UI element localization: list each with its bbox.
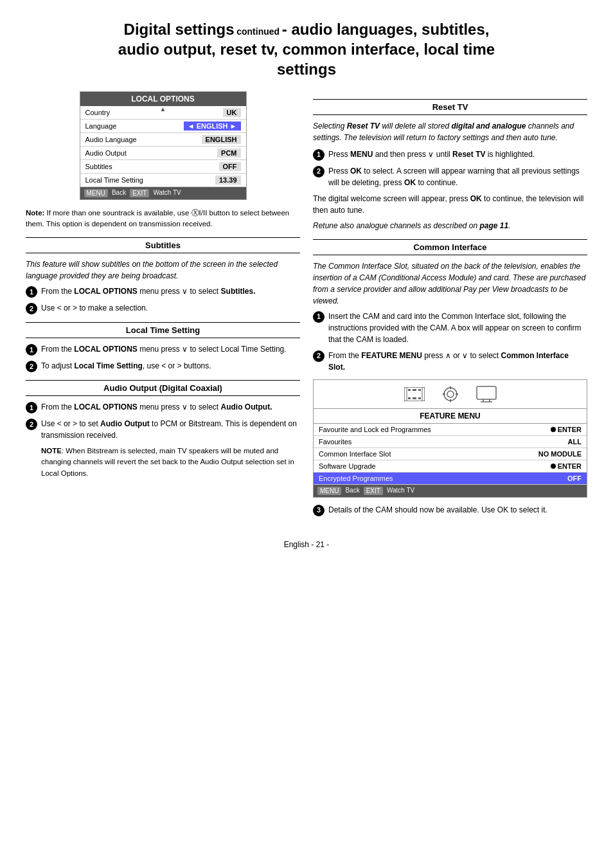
svg-rect-6 (418, 397, 421, 399)
local-time-step-2: 2 To adjust Local Time Setting, use < or… (26, 360, 300, 372)
title-main: Digital settings (124, 21, 235, 38)
fm-back-label: Back (345, 487, 359, 495)
encrypted-programmes-label: Encrypted Programmes (319, 475, 393, 482)
local-options-footer: MENU Back EXIT Watch TV (80, 187, 246, 199)
local-time-step-1: 1 From the LOCAL OPTIONS menu press ∨ to… (26, 343, 300, 356)
audio-output-step-1: 1 From the LOCAL OPTIONS menu press ∨ to… (26, 401, 300, 413)
audio-output-step-2: 2 Use < or > to set Audio Output to PCM … (26, 418, 300, 441)
ci-step-2: 2 From the FEATURE MENU press ∧ or ∨ to … (313, 350, 587, 373)
subtitles-step-2-text: Use < or > to make a selection. (41, 302, 300, 314)
reset-tv-mid-text: The digital welcome screen will appear, … (313, 193, 587, 216)
subtitles-value: OFF (219, 162, 241, 171)
common-interface-intro: The Common Interface Slot, situated on t… (313, 260, 587, 307)
feature-menu-row-software: Software Upgrade ENTER (314, 460, 587, 473)
software-upgrade-label: Software Upgrade (319, 462, 376, 470)
watch-tv-label: Watch TV (153, 189, 181, 197)
subtitles-label: Subtitles (85, 163, 112, 170)
title-line2: audio output, reset tv, common interface… (26, 39, 587, 59)
tv-icon (475, 385, 498, 403)
menu-back-btn[interactable]: MENU (84, 189, 108, 197)
local-options-header: LOCAL OPTIONS (80, 92, 246, 106)
reset-tv-step-1: 1 Press MENU and then press ∨ until Rese… (313, 149, 587, 161)
audio-language-value: ENGLISH (202, 135, 241, 144)
reset-tv-end-text: Retune also analogue channels as describ… (313, 220, 587, 231)
ci-step-3-text: Details of the CAM should now be availab… (328, 504, 587, 516)
svg-rect-3 (408, 389, 411, 391)
local-options-row-audio-output: Audio Output PCM (80, 147, 246, 160)
local-options-row-time: Local Time Setting 13.39 (80, 174, 246, 187)
film-strip-icon (403, 385, 426, 403)
feature-menu-title: FEATURE MENU (314, 409, 587, 424)
subtitles-intro: This feature will show subtitles on the … (26, 258, 300, 282)
local-options-box: LOCAL OPTIONS Country UK Language ◄ ENGL… (80, 91, 247, 200)
favourites-value: ALL (568, 438, 582, 446)
ci-step-1: 1 Insert the CAM and card into the Commo… (313, 311, 587, 345)
time-setting-label: Local Time Setting (85, 176, 144, 184)
local-options-row-subtitles: Subtitles OFF (80, 160, 246, 174)
feature-menu-row-encrypted: Encrypted Programmes OFF (314, 473, 587, 485)
step-number-ao2: 2 (26, 419, 37, 430)
ci-step-3: 3 Details of the CAM should now be avail… (313, 504, 587, 516)
fav-lock-value: ENTER (551, 426, 582, 433)
feature-menu-footer: MENU Back EXIT Watch TV (314, 485, 587, 497)
time-setting-value: 13.39 (215, 176, 241, 185)
step-number-lt1: 1 (26, 344, 37, 356)
step-number-rt1: 1 (313, 149, 324, 161)
local-time-header: Local Time Setting (26, 322, 300, 338)
reset-tv-step-1-text: Press MENU and then press ∨ until Reset … (328, 149, 587, 161)
audio-output-step-1-text: From the LOCAL OPTIONS menu press ∨ to s… (41, 401, 300, 413)
audio-output-value: PCM (217, 149, 240, 158)
country-label: Country (85, 109, 111, 116)
favourites-label: Favourites (319, 438, 351, 446)
main-content: LOCAL OPTIONS Country UK Language ◄ ENGL… (26, 91, 587, 521)
audio-output-label: Audio Output (85, 149, 127, 157)
step-number-1: 1 (26, 286, 37, 298)
audio-output-step-2-text: Use < or > to set Audio Output to PCM or… (41, 418, 300, 441)
fm-exit-btn[interactable]: EXIT (364, 487, 383, 495)
subtitles-step-1-text: From the LOCAL OPTIONS menu press ∨ to s… (41, 285, 300, 298)
audio-output-note: NOTE: When Bitstream is selected, main T… (41, 446, 300, 479)
title-line3: settings (26, 59, 587, 79)
page-footer: English - 21 - (26, 540, 587, 549)
svg-rect-15 (477, 386, 496, 399)
svg-point-9 (447, 391, 454, 397)
fm-menu-btn[interactable]: MENU (317, 487, 341, 495)
left-column: LOCAL OPTIONS Country UK Language ◄ ENGL… (26, 91, 300, 479)
step-number-2: 2 (26, 303, 37, 314)
back-label: Back (112, 189, 126, 197)
step-number-rt2: 2 (313, 166, 324, 177)
subtitles-step-2: 2 Use < or > to make a selection. (26, 302, 300, 314)
subtitles-header: Subtitles (26, 237, 300, 253)
settings-wheel-icon (439, 385, 462, 403)
step-number-ci3: 3 (313, 505, 324, 516)
title-sub: - audio languages, subtitles, (282, 21, 490, 38)
language-label: Language (85, 122, 117, 130)
svg-rect-5 (418, 389, 421, 391)
ci-step-1-text: Insert the CAM and card into the Common … (328, 311, 587, 345)
page-title: Digital settings continued - audio langu… (26, 19, 587, 80)
feature-menu-row-fav-lock: Favourite and Lock ed Programmes ENTER (314, 424, 587, 436)
step-number-ao1: 1 (26, 402, 37, 413)
software-upgrade-value: ENTER (551, 462, 582, 470)
step-number-lt2: 2 (26, 361, 37, 372)
local-time-step-2-text: To adjust Local Time Setting, use < or >… (41, 360, 300, 372)
ci-slot-label: Common Interface Slot (319, 450, 391, 458)
right-column: Reset TV Selecting Reset TV will delete … (313, 91, 587, 521)
reset-tv-header: Reset TV (313, 99, 587, 115)
subtitles-step-1: 1 From the LOCAL OPTIONS menu press ∨ to… (26, 285, 300, 298)
feature-menu-icons (314, 380, 587, 409)
step-number-ci1: 1 (313, 311, 324, 323)
common-interface-header: Common Interface (313, 239, 587, 255)
audio-output-header: Audio Output (Digital Coaxial) (26, 380, 300, 396)
note-section: Note: If more than one sountrack is avai… (26, 208, 300, 230)
svg-rect-8 (413, 397, 416, 399)
exit-btn[interactable]: EXIT (130, 189, 149, 197)
step-number-ci2: 2 (313, 350, 324, 362)
feature-menu-row-favourites: Favourites ALL (314, 436, 587, 448)
local-options-row-audio-lang: Audio Language ENGLISH (80, 133, 246, 147)
feature-menu-box: FEATURE MENU Favourite and Lock ed Progr… (313, 379, 587, 498)
country-value: UK (223, 108, 241, 117)
local-options-row-language: Language ◄ ENGLISH ► (80, 120, 246, 133)
title-continued: continued (236, 26, 280, 37)
encrypted-programmes-value: OFF (567, 475, 582, 482)
